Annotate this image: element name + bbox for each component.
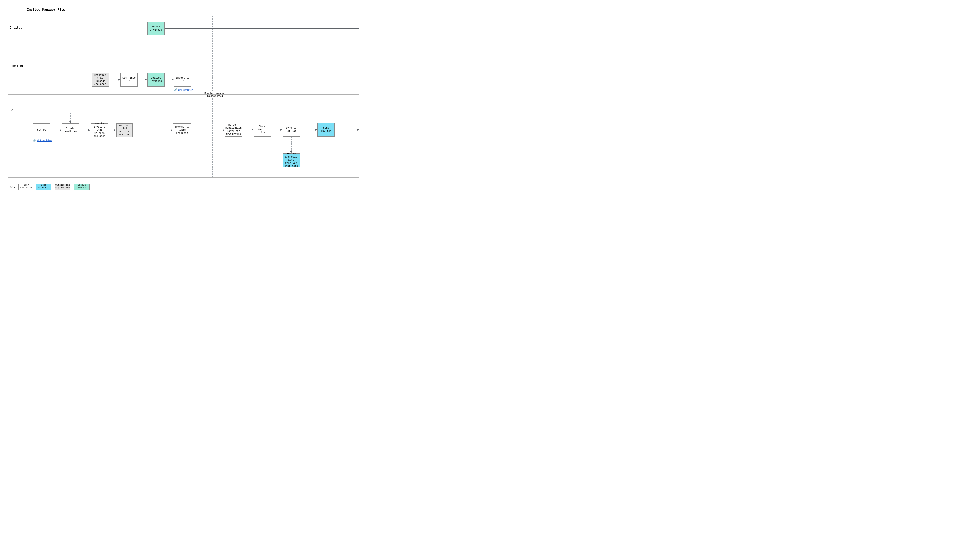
dashed-connector: [70, 113, 359, 113]
connector: [108, 130, 115, 130]
arrow-head-icon: [315, 129, 317, 130]
link-text[interactable]: Link to this flow: [178, 89, 193, 91]
node-label: Sync to Def Jam: [284, 127, 298, 133]
lane-divider: [8, 177, 359, 178]
connector: [50, 130, 60, 130]
key-outside-app: Outside the application: [55, 184, 70, 190]
node-label: Notified that uploads are open: [118, 124, 131, 137]
node-label: Notified that uploads are open: [93, 74, 107, 86]
node-review-conflicts[interactable]: Review and edit auto resolved conflicts: [283, 154, 300, 167]
node-browse-pa[interactable]: Browse PA teams progress: [173, 124, 191, 137]
node-label: Merge - Duplication Conflicts New Offers: [226, 124, 242, 136]
node-label: Sign into IM: [122, 77, 136, 83]
node-send-invites[interactable]: Send Invites: [318, 123, 335, 137]
node-sync-defjam[interactable]: Sync to Def Jam: [283, 123, 300, 137]
node-label: Collect Invitees: [149, 77, 163, 83]
connector: [165, 28, 359, 29]
arrow-head-icon: [290, 151, 292, 153]
key-google-sheets: Google Sheets: [74, 184, 89, 190]
connector: [335, 130, 358, 130]
link-text[interactable]: Link to this flow: [37, 139, 52, 142]
key-text: Google Sheets: [75, 184, 88, 189]
lane-label-ea: EA: [10, 108, 13, 112]
node-view-master[interactable]: View Master List: [254, 123, 271, 137]
arrow-head-icon: [60, 129, 62, 131]
connector: [79, 130, 89, 130]
arrow-head-icon: [69, 121, 72, 123]
link-icon: 🔗: [33, 139, 36, 142]
node-create-deadlines[interactable]: Create Deadlines: [62, 124, 79, 137]
connector: [191, 130, 223, 130]
diagram-canvas: Invitee Manager Flow Deadline Passes - U…: [0, 0, 359, 202]
node-collect-invitees[interactable]: Collect Invitees: [147, 73, 165, 87]
arrow-head-icon: [223, 129, 225, 131]
arrow-head-icon: [145, 79, 147, 81]
node-label: View Master List: [255, 125, 269, 135]
arrow-head-icon: [88, 129, 90, 131]
dashed-connector: [291, 137, 292, 152]
node-label: Browse PA teams progress: [175, 126, 189, 135]
lane-label-invitee: Invitee: [10, 26, 22, 30]
node-merge[interactable]: Merge - Duplication Conflicts New Offers: [225, 123, 242, 137]
key-user-action-im: User Action-IM: [19, 184, 34, 190]
link-to-flow[interactable]: 🔗 Link to this flow: [174, 88, 193, 91]
node-notified-uploads-open-inviters[interactable]: Notified that uploads are open: [92, 73, 109, 87]
node-label: Set Up: [37, 129, 46, 132]
lane-divider: [8, 94, 359, 95]
connector: [133, 130, 171, 130]
node-set-up[interactable]: Set Up: [33, 124, 50, 137]
node-label: Create Deadlines: [64, 127, 77, 133]
arrow-head-icon: [251, 129, 253, 130]
deadline-line: [212, 98, 213, 177]
node-label: Notify Inviters that uploads are open: [92, 122, 106, 138]
node-label: Send Invites: [319, 127, 333, 133]
node-import-to-im[interactable]: Import to IM: [174, 73, 191, 87]
node-label: Import to IM: [176, 77, 189, 83]
node-label: Review and edit auto resolved conflicts: [284, 152, 298, 168]
node-submit-invitees[interactable]: Submit Invitees: [147, 22, 165, 35]
arrow-head-icon: [357, 129, 359, 130]
arrow-head-icon: [280, 129, 282, 130]
lane-divider: [8, 42, 359, 42]
node-notify-inviters[interactable]: Notify Inviters that uploads are open: [91, 124, 108, 137]
arrow-head-icon: [114, 129, 116, 131]
connector: [271, 130, 281, 130]
diagram-title: Invitee Manager Flow: [27, 8, 65, 11]
node-label: Submit Invitees: [149, 25, 163, 32]
key-text: User Action-IM: [20, 184, 33, 189]
link-to-flow[interactable]: 🔗 Link to this flow: [33, 139, 52, 142]
dashed-connector: [70, 113, 71, 122]
connector: [242, 130, 252, 130]
link-icon: 🔗: [174, 88, 177, 91]
key-user-action-dj: User Action-DJ: [36, 184, 51, 190]
arrow-head-icon: [172, 79, 173, 81]
key-text: Outside the application: [56, 184, 70, 189]
connector: [300, 130, 316, 130]
arrow-head-icon: [118, 79, 120, 81]
key-text: User Action-DJ: [37, 184, 50, 189]
node-notified-uploads-open-ea[interactable]: Notified that uploads are open: [116, 124, 133, 137]
key-label: Key: [10, 186, 15, 189]
deadline-label: Deadline Passes - Uploads Closed: [204, 92, 224, 97]
lane-label-inviters: Inviters: [11, 64, 25, 68]
arrow-head-icon: [170, 129, 172, 131]
node-sign-into-im[interactable]: Sign into IM: [120, 73, 138, 87]
